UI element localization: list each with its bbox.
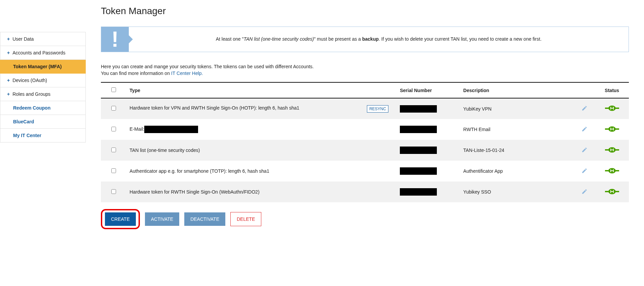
sidebar-item-bluecard[interactable]: BlueCard <box>0 115 86 129</box>
it-center-help-link[interactable]: IT Center Help. <box>171 71 203 76</box>
table-row: TAN list (one-time security codes) TAN-L… <box>101 140 629 161</box>
table-row: E-Mail: RWTH Email <box>101 119 629 140</box>
row-checkbox[interactable] <box>111 168 116 173</box>
page-title: Token Manager <box>101 6 629 16</box>
expand-icon: + <box>7 50 10 55</box>
token-type: Authenticator app e.g. for smartphone (T… <box>126 161 396 181</box>
token-table: Type Serial Number Description Status Ha… <box>101 82 629 202</box>
serial-redacted <box>400 147 437 154</box>
status-connected-icon <box>605 189 619 196</box>
info-notice: ! At least one "TAN list (one-time secur… <box>101 27 629 52</box>
table-row: Authenticator app e.g. for smartphone (T… <box>101 161 629 181</box>
edit-icon[interactable] <box>581 128 588 133</box>
sidebar-item-devices-oauth[interactable]: + Devices (OAuth) <box>0 74 86 87</box>
sidebar-item-label: Devices (OAuth) <box>12 78 47 83</box>
token-type: Hardware token for RWTH Single Sign-On (… <box>126 181 396 202</box>
intro-line-1: Here you can create and mange your secur… <box>101 64 629 69</box>
token-description: RWTH Email <box>460 119 574 140</box>
create-button[interactable]: CREATE <box>105 212 136 226</box>
activate-button[interactable]: ACTIVATE <box>145 212 179 226</box>
sidebar-item-roles-groups[interactable]: + Roles and Groups <box>0 87 86 101</box>
sidebar: + User Data + Accounts and Passwords Tok… <box>0 0 86 239</box>
expand-icon: + <box>7 78 10 83</box>
token-description: Authentificator App <box>460 161 574 181</box>
serial-redacted <box>400 188 437 196</box>
status-connected-icon <box>605 105 619 112</box>
sidebar-item-redeem-coupon[interactable]: Redeem Coupon <box>0 101 86 115</box>
action-bar: CREATE ACTIVATE DEACTIVATE DELETE <box>101 209 629 229</box>
edit-icon[interactable] <box>581 107 588 112</box>
email-redacted <box>144 126 198 133</box>
header-type: Type <box>126 82 396 98</box>
expand-icon: + <box>7 36 10 42</box>
sidebar-item-label: Accounts and Passwords <box>12 50 65 55</box>
table-row: Hardware token for RWTH Single Sign-On (… <box>101 181 629 202</box>
table-row: Hardware token for VPN and RWTH Single S… <box>101 98 629 119</box>
sidebar-item-user-data[interactable]: + User Data <box>0 32 86 46</box>
main-content: Token Manager ! At least one "TAN list (… <box>86 0 644 239</box>
token-type: Hardware token for VPN and RWTH Single S… <box>129 105 299 111</box>
token-type: TAN list (one-time security codes) <box>126 140 396 161</box>
intro-line-2: You can find more information on IT Cent… <box>101 71 629 76</box>
row-checkbox[interactable] <box>111 106 116 111</box>
sidebar-item-label: BlueCard <box>13 119 34 124</box>
status-connected-icon <box>605 126 619 133</box>
info-icon: ! <box>101 27 129 52</box>
edit-icon[interactable] <box>581 190 588 196</box>
serial-redacted <box>400 105 437 113</box>
header-serial: Serial Number <box>396 82 460 98</box>
resync-button[interactable]: RESYNC <box>367 105 388 113</box>
token-type-prefix: E-Mail: <box>129 126 144 132</box>
status-connected-icon <box>605 168 619 175</box>
row-checkbox[interactable] <box>111 127 116 131</box>
header-description: Description <box>460 82 574 98</box>
select-all-checkbox[interactable] <box>111 87 116 92</box>
serial-redacted <box>400 167 437 175</box>
expand-icon: + <box>7 91 10 97</box>
token-description: YubiKey VPN <box>460 98 574 119</box>
sidebar-item-accounts-passwords[interactable]: + Accounts and Passwords <box>0 46 86 60</box>
edit-icon[interactable] <box>581 149 588 154</box>
sidebar-item-my-it-center[interactable]: My IT Center <box>0 129 86 142</box>
sidebar-item-label: Token Manager (MFA) <box>13 64 62 69</box>
token-description: Yubikey SSO <box>460 181 574 202</box>
notice-text: At least one "TAN list (one-time securit… <box>129 27 629 52</box>
create-highlight: CREATE <box>101 209 140 229</box>
sidebar-item-label: My IT Center <box>13 133 41 138</box>
sidebar-item-label: User Data <box>12 36 34 42</box>
row-checkbox[interactable] <box>111 148 116 152</box>
header-status: Status <box>595 82 629 98</box>
token-description: TAN-Liste-15-01-24 <box>460 140 574 161</box>
header-checkbox-cell <box>101 82 126 98</box>
sidebar-item-label: Roles and Groups <box>12 91 50 97</box>
serial-redacted <box>400 126 437 133</box>
edit-icon[interactable] <box>581 169 588 175</box>
sidebar-item-label: Redeem Coupon <box>13 105 50 111</box>
row-checkbox[interactable] <box>111 189 116 194</box>
deactivate-button[interactable]: DEACTIVATE <box>184 212 225 226</box>
status-connected-icon <box>605 147 619 154</box>
delete-button[interactable]: DELETE <box>230 212 261 226</box>
header-edit <box>574 82 595 98</box>
sidebar-item-token-manager[interactable]: Token Manager (MFA) <box>0 60 86 74</box>
